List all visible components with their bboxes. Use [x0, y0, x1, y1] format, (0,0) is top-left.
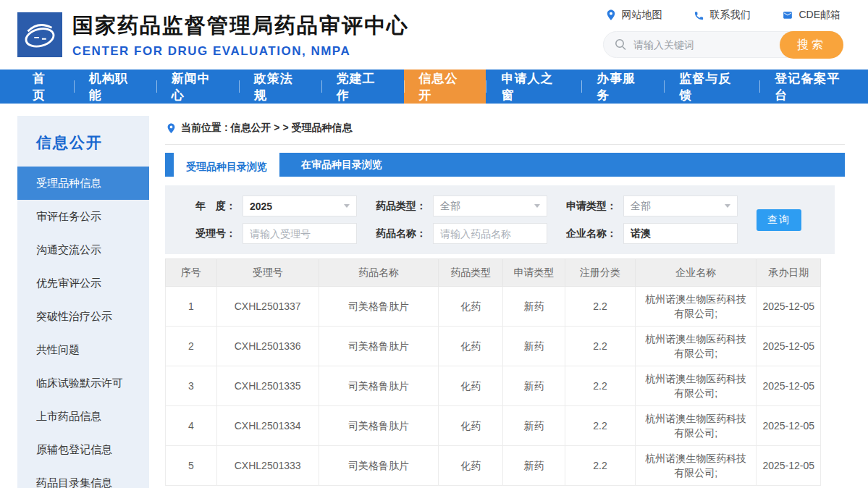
chevron-down-icon: [534, 204, 540, 208]
results-table: 序号 受理号 药品名称 药品类型 申请类型 注册分类 企业名称: [165, 258, 821, 486]
nav-item[interactable]: 首页: [17, 70, 74, 104]
nav-item[interactable]: 登记备案平台: [759, 70, 868, 104]
nav-item[interactable]: 新闻中心: [156, 70, 239, 104]
sidebar-menu: 受理品种信息 审评任务公示 沟通交流公示 优先审评公示 突破性治疗公示 共性问题…: [17, 167, 149, 488]
nav-item[interactable]: 信息公开: [404, 70, 486, 104]
cell-apply-type: 新药: [503, 287, 565, 327]
apply-type-value: 全部: [631, 200, 651, 213]
column-header: 药品类型: [439, 259, 503, 287]
cell-drug-type: 化药: [439, 327, 503, 366]
quick-links: 网站地图 联系我们 CDE邮箱: [606, 9, 840, 22]
tab-bar: 受理品种目录浏览 在审品种目录浏览: [165, 153, 845, 177]
apply-type-field: 申请类型： 全部: [559, 195, 738, 216]
envelope-icon: [782, 10, 793, 20]
filter-grid: 年 度： 2025 药品类型： 全部 申: [178, 195, 738, 244]
brand-titles: 国家药品监督管理局药品审评中心 CENTER FOR DRUG EVALUATI…: [72, 12, 409, 59]
apply-type-select[interactable]: 全部: [623, 195, 738, 216]
sidebar-title: 信息公开: [17, 116, 149, 167]
drug-type-value: 全部: [440, 200, 460, 213]
breadcrumb-text: 当前位置 : 信息公开 > > 受理品种信息: [181, 122, 352, 135]
column-header: 序号: [166, 259, 217, 287]
nav-item[interactable]: 办事服务: [581, 70, 664, 104]
company-input[interactable]: [623, 223, 738, 244]
drug-type-label: 药品类型：: [368, 200, 426, 213]
accept-no-input[interactable]: [243, 223, 357, 244]
cell-date: 2025-12-05: [757, 366, 821, 406]
table-body: 1 CXHL2501337 司美格鲁肽片 化药 新药 2.2 杭州诺澳生物医药科…: [166, 287, 821, 486]
cell-date: 2025-12-05: [757, 287, 821, 327]
year-select[interactable]: 2025: [243, 195, 357, 216]
tab[interactable]: 在审品种目录浏览: [279, 153, 404, 177]
cell-accept-no: CXHL2501335: [216, 366, 319, 406]
mailbox-label: CDE邮箱: [799, 9, 840, 22]
sidebar-item[interactable]: 共性问题: [17, 333, 149, 366]
cell-accept-no: CXHL2501334: [216, 406, 319, 446]
site-header: 国家药品监督管理局药品审评中心 CENTER FOR DRUG EVALUATI…: [0, 0, 868, 70]
sitemap-label: 网站地图: [621, 9, 662, 22]
cell-apply-type: 新药: [503, 327, 565, 366]
search-icon: [615, 38, 627, 51]
cell-apply-type: 新药: [503, 406, 565, 446]
sidebar: 信息公开 受理品种信息 审评任务公示 沟通交流公示 优先审评公示 突破性治疗公示…: [17, 116, 149, 488]
nav-item[interactable]: 党建工作: [321, 70, 404, 104]
cell-reg-class: 2.2: [565, 446, 636, 486]
nav-item[interactable]: 申请人之窗: [486, 70, 581, 104]
tabs: 受理品种目录浏览 在审品种目录浏览: [165, 153, 404, 177]
sidebar-item[interactable]: 原辅包登记信息: [17, 433, 149, 466]
column-header: 企业名称: [635, 259, 756, 287]
cell-reg-class: 2.2: [565, 406, 636, 446]
nav-item[interactable]: 监督与反馈: [664, 70, 759, 104]
sitemap-link[interactable]: 网站地图: [606, 9, 662, 22]
cell-company: 杭州诺澳生物医药科技有限公司;: [635, 406, 756, 446]
sidebar-item[interactable]: 上市药品信息: [17, 400, 149, 433]
nav-item[interactable]: 政策法规: [239, 70, 321, 104]
column-header: 承办日期: [757, 259, 821, 287]
cell-index: 4: [166, 406, 217, 446]
cell-date: 2025-12-05: [757, 446, 821, 486]
chevron-down-icon: [725, 204, 730, 208]
table-row[interactable]: 1 CXHL2501337 司美格鲁肽片 化药 新药 2.2 杭州诺澳生物医药科…: [166, 287, 821, 327]
sidebar-item[interactable]: 突破性治疗公示: [17, 300, 149, 333]
brand: 国家药品监督管理局药品审评中心 CENTER FOR DRUG EVALUATI…: [17, 0, 409, 70]
sidebar-item[interactable]: 受理品种信息: [17, 167, 149, 200]
mailbox-link[interactable]: CDE邮箱: [782, 9, 840, 22]
nav-item[interactable]: 机构职能: [74, 70, 156, 104]
tab[interactable]: 受理品种目录浏览: [174, 153, 279, 182]
sidebar-item[interactable]: 药品目录集信息: [17, 466, 149, 488]
sidebar-item[interactable]: 临床试验默示许可: [17, 366, 149, 400]
cell-drug-type: 化药: [439, 287, 503, 327]
year-field: 年 度： 2025: [178, 195, 357, 216]
year-label: 年 度：: [178, 200, 236, 213]
cell-apply-type: 新药: [503, 446, 565, 486]
company-label: 企业名称：: [559, 227, 617, 240]
drug-name-input[interactable]: [433, 223, 547, 244]
table-row[interactable]: 3 CXHL2501335 司美格鲁肽片 化药 新药 2.2 杭州诺澳生物医药科…: [166, 366, 821, 406]
table-row[interactable]: 5 CXHL2501333 司美格鲁肽片 化药 新药 2.2 杭州诺澳生物医药科…: [166, 446, 821, 486]
main-panel: 当前位置 : 信息公开 > > 受理品种信息 受理品种目录浏览 在审品种目录浏览…: [165, 116, 845, 488]
filter-panel: 年 度： 2025 药品类型： 全部 申: [165, 185, 835, 254]
company-field: 企业名称：: [559, 223, 738, 244]
sidebar-item[interactable]: 沟通交流公示: [17, 233, 149, 266]
cell-company: 杭州诺澳生物医药科技有限公司;: [635, 366, 756, 406]
query-button[interactable]: 查询: [757, 209, 801, 231]
cell-company: 杭州诺澳生物医药科技有限公司;: [635, 446, 756, 486]
content-area: 信息公开 受理品种信息 审评任务公示 沟通交流公示 优先审评公示 突破性治疗公示…: [0, 104, 868, 488]
contact-link[interactable]: 联系我们: [694, 9, 750, 22]
cell-date: 2025-12-05: [757, 406, 821, 446]
year-value: 2025: [250, 201, 272, 212]
search-input[interactable]: [633, 39, 778, 51]
chevron-down-icon: [344, 204, 350, 208]
table-row[interactable]: 4 CXHL2501334 司美格鲁肽片 化药 新药 2.2 杭州诺澳生物医药科…: [166, 406, 821, 446]
cell-drug-name: 司美格鲁肽片: [319, 446, 439, 486]
table-row[interactable]: 2 CXHL2501336 司美格鲁肽片 化药 新药 2.2 杭州诺澳生物医药科…: [166, 327, 821, 366]
cell-drug-name: 司美格鲁肽片: [319, 287, 439, 327]
breadcrumb: 当前位置 : 信息公开 > > 受理品种信息: [165, 116, 845, 145]
drug-type-select[interactable]: 全部: [433, 195, 547, 216]
cell-reg-class: 2.2: [565, 287, 636, 327]
cde-logo: [17, 12, 62, 57]
search-button[interactable]: 搜索: [780, 31, 843, 59]
sidebar-item[interactable]: 审评任务公示: [17, 200, 149, 233]
cell-drug-type: 化药: [439, 366, 503, 406]
location-pin-icon: [167, 123, 176, 134]
sidebar-item[interactable]: 优先审评公示: [17, 266, 149, 300]
